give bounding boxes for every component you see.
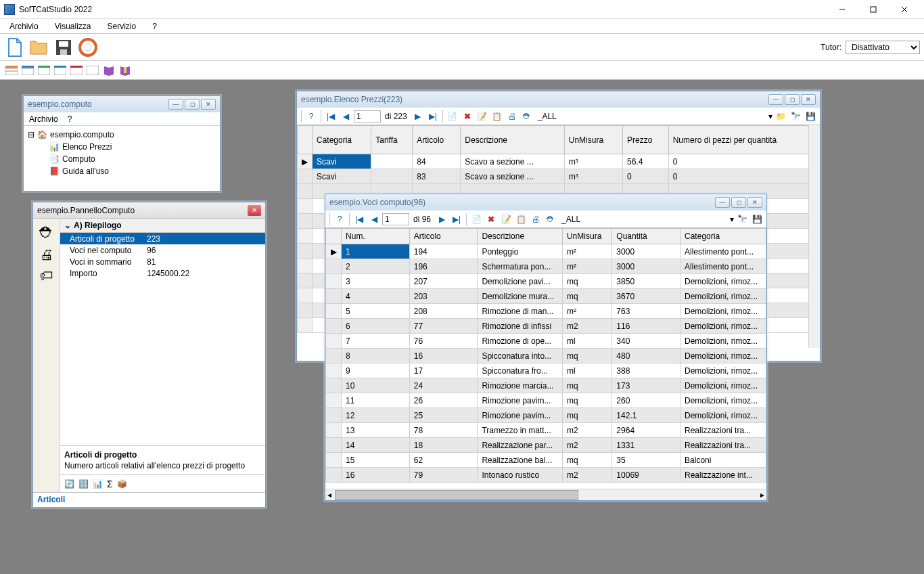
- elenco-filter-label[interactable]: _ALL: [535, 112, 559, 121]
- elenco-save-icon[interactable]: 💾: [804, 110, 817, 123]
- voci-last-button[interactable]: ▶|: [450, 213, 463, 226]
- table-row[interactable]: 1126Rimozione pavim...mq260Demolizioni, …: [326, 393, 766, 408]
- column-header[interactable]: Prezzo: [623, 126, 669, 154]
- pannello-print-icon[interactable]: 🖨: [40, 247, 53, 263]
- sigma-icon[interactable]: Σ: [107, 479, 113, 489]
- voci-maximize-button[interactable]: ◻: [731, 197, 746, 208]
- table-row[interactable]: 1679Intonaco rusticom210069Realizzazione…: [326, 468, 766, 483]
- elenco-lifebuoy-icon[interactable]: ⛑: [520, 110, 534, 123]
- elenco-dropdown-icon[interactable]: ▾: [768, 112, 772, 121]
- tree-computo[interactable]: 📑Computo: [28, 153, 216, 165]
- elenco-first-button[interactable]: |◀: [324, 110, 338, 123]
- help-lifebuoy-icon[interactable]: [77, 37, 99, 58]
- column-header[interactable]: Numero di pezzi per quantità: [668, 126, 819, 154]
- voci-titlebar[interactable]: esempio.Voci computo(96) — ◻ ✕: [325, 194, 766, 211]
- voci-save-icon[interactable]: 💾: [750, 213, 764, 226]
- column-header[interactable]: UnMisura: [562, 229, 611, 244]
- grid4-icon[interactable]: [53, 63, 68, 78]
- menu-visualizza[interactable]: Visualizza: [52, 20, 94, 32]
- table-row[interactable]: 3207Demolizione pavi...mq3850Demolizioni…: [326, 274, 766, 289]
- elenco-folder-icon[interactable]: 📁: [774, 110, 787, 123]
- voci-lifebuoy-icon[interactable]: ⛑: [544, 213, 557, 226]
- column-header[interactable]: UnMisura: [564, 126, 622, 154]
- computo-menu-help[interactable]: ?: [68, 114, 72, 124]
- column-header[interactable]: Categoria: [313, 126, 371, 154]
- elenco-copy-icon[interactable]: 📋: [490, 110, 504, 123]
- column-header[interactable]: Articolo: [413, 126, 461, 154]
- table-row[interactable]: Scavi83Scavo a sezione ...m³00: [298, 169, 820, 184]
- elenco-new-icon[interactable]: 📄: [446, 110, 459, 123]
- elenco-titlebar[interactable]: esempio.Elenco Prezzi(223) — ◻ ✕: [297, 91, 820, 108]
- pannello-export-icon[interactable]: 🏷: [40, 268, 53, 284]
- voci-delete-icon[interactable]: ✖: [484, 213, 498, 226]
- refresh-icon[interactable]: 🔄: [64, 479, 74, 489]
- column-header[interactable]: Descrizione: [478, 229, 563, 244]
- voci-first-button[interactable]: |◀: [352, 213, 366, 226]
- menu-archivio[interactable]: Archivio: [7, 20, 41, 32]
- table-row[interactable]: ▶1194Ponteggiom²3000Allestimento pont...: [326, 244, 766, 259]
- column-header[interactable]: Num.: [342, 229, 410, 244]
- table-row[interactable]: 1225Rimozione pavim...mq142.1Demolizioni…: [326, 408, 766, 423]
- elenco-print-icon[interactable]: 🖨: [505, 110, 519, 123]
- maximize-button[interactable]: [858, 0, 889, 19]
- grid3-icon[interactable]: [37, 63, 51, 78]
- grid6-icon[interactable]: [85, 63, 100, 78]
- open-folder-icon[interactable]: [28, 37, 50, 58]
- table-row[interactable]: 677Rimozione di infissim2116Demolizioni,…: [326, 319, 766, 334]
- table-row[interactable]: 1562Realizzazione bal...mq35Balconi: [326, 453, 766, 468]
- voci-position-input[interactable]: [382, 213, 409, 225]
- grid2-icon[interactable]: [20, 63, 35, 78]
- menu-servizio[interactable]: Servizio: [105, 20, 139, 32]
- table-row[interactable]: 1024Rimozione marcia...mq173Demolizioni,…: [326, 378, 766, 393]
- elenco-prev-button[interactable]: ◀: [339, 110, 352, 123]
- table-row[interactable]: 2196Schermatura pon...m²3000Allestimento…: [326, 259, 766, 274]
- computo-titlebar[interactable]: esempio.computo — ◻ ✕: [24, 96, 220, 112]
- column-header[interactable]: Quantità: [612, 229, 680, 244]
- voci-print-icon[interactable]: 🖨: [529, 213, 542, 226]
- table-row[interactable]: 917Spicconatura fro...ml388Demolizioni, …: [326, 363, 766, 378]
- table-row[interactable]: 776Rimozione di ope...ml340Demolizioni, …: [326, 334, 766, 349]
- table-row[interactable]: 1418Realizzazione par...m21331Realizzazi…: [326, 438, 766, 453]
- voci-new-icon[interactable]: 📄: [469, 213, 483, 226]
- column-header[interactable]: Descrizione: [461, 126, 564, 154]
- elenco-delete-icon[interactable]: ✖: [461, 110, 474, 123]
- computo-close-button[interactable]: ✕: [201, 99, 216, 110]
- voci-hscrollbar[interactable]: ◂▸: [325, 489, 766, 500]
- elenco-last-button[interactable]: ▶|: [426, 110, 440, 123]
- elenco-help-button[interactable]: ?: [304, 110, 318, 123]
- close-button[interactable]: [889, 0, 920, 19]
- new-file-icon[interactable]: [4, 37, 26, 58]
- voci-filter-label[interactable]: _ALL: [559, 215, 583, 224]
- book-purple-icon[interactable]: [101, 63, 116, 78]
- elenco-minimize-button[interactable]: —: [768, 94, 783, 105]
- tree-elenco-prezzi[interactable]: 📊Elenco Prezzi: [28, 141, 216, 153]
- voci-help-button[interactable]: ?: [333, 213, 346, 226]
- riepilogo-row[interactable]: Importo1245000.22: [60, 267, 265, 279]
- voci-prev-button[interactable]: ◀: [367, 213, 381, 226]
- computo-maximize-button[interactable]: ◻: [185, 99, 200, 110]
- elenco-next-button[interactable]: ▶: [411, 110, 425, 123]
- riepilogo-header[interactable]: ⌄A) Riepilogo: [60, 219, 265, 233]
- menu-help[interactable]: ?: [149, 20, 160, 32]
- voci-edit-icon[interactable]: 📝: [499, 213, 513, 226]
- column-header[interactable]: Articolo: [409, 229, 478, 244]
- riepilogo-row[interactable]: Voci in sommario81: [60, 256, 265, 267]
- grid5-icon[interactable]: [69, 63, 84, 78]
- elenco-binoculars-icon[interactable]: 🔭: [789, 110, 802, 123]
- elenco-edit-icon[interactable]: 📝: [476, 110, 489, 123]
- save-icon[interactable]: [53, 37, 74, 58]
- elenco-vscrollbar[interactable]: [808, 125, 820, 348]
- table-row[interactable]: 1378Tramezzo in matt...m22964Realizzazio…: [326, 423, 766, 438]
- riepilogo-row[interactable]: Articoli di progetto223: [60, 233, 265, 244]
- book-purple2-icon[interactable]: [118, 63, 133, 78]
- tree-guida[interactable]: 📕Guida all'uso: [28, 165, 216, 177]
- voci-dropdown-icon[interactable]: ▾: [730, 215, 734, 224]
- column-header[interactable]: Categoria: [680, 229, 766, 244]
- voci-minimize-button[interactable]: —: [715, 197, 730, 208]
- voci-next-button[interactable]: ▶: [435, 213, 448, 226]
- elenco-position-input[interactable]: [354, 110, 381, 123]
- elenco-close-button[interactable]: ✕: [801, 94, 816, 105]
- tree-root[interactable]: ⊟🏠esempio.computo: [28, 129, 216, 141]
- table-row[interactable]: 816Spicconatura into...mq480Demolizioni,…: [326, 349, 766, 363]
- voci-grid[interactable]: Num.ArticoloDescrizioneUnMisuraQuantitàC…: [325, 228, 766, 500]
